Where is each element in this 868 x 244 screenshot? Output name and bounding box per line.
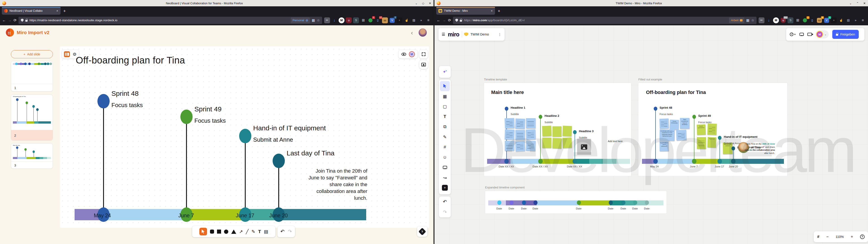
bar-dot[interactable] [504, 159, 509, 164]
new-tab-button[interactable]: + [63, 8, 66, 13]
subtitle[interactable]: Focus tasks [698, 121, 712, 124]
subtitle[interactable]: Focus tasks [659, 113, 673, 116]
circle-tool[interactable] [224, 230, 228, 234]
rounded-square-tool[interactable] [210, 230, 214, 234]
user-avatar[interactable] [418, 28, 427, 37]
frame-filled-example[interactable]: Off-boarding plan for Tina Sprint 48 Foc… [638, 83, 787, 176]
overflow-chevron-icon[interactable]: » [852, 18, 859, 23]
tracking-shield-icon[interactable] [455, 19, 458, 22]
help-icon[interactable]: ? [418, 228, 426, 236]
bar-dot[interactable] [497, 201, 501, 205]
redo-button[interactable]: ↷ [440, 207, 450, 217]
green-dot-icon[interactable]: 2 [802, 18, 808, 23]
headline[interactable]: Headline 2 [545, 114, 559, 118]
minimize-button[interactable]: ⌄ [849, 2, 852, 5]
bar-date[interactable]: June 7 [178, 213, 194, 219]
sticky-note[interactable]: Scrum ceremonies [670, 120, 679, 130]
cat-icon[interactable]: ω8 [816, 18, 822, 23]
puzzle-icon[interactable]: ⊞ [360, 18, 366, 23]
back-button[interactable]: ← [437, 18, 440, 22]
sticky-note[interactable]: Team competency map-out workshop [680, 118, 689, 129]
bar-date[interactable]: June 20 [729, 165, 738, 168]
sticky-note[interactable] [697, 137, 706, 149]
puzzle-icon[interactable]: ⊞ [795, 18, 801, 23]
share-button[interactable]: Freigeben [832, 30, 859, 39]
slide-card-2[interactable]: Off-boarding plan for Tina 2 [11, 94, 53, 141]
containers-icon[interactable]: ▦ [312, 18, 315, 22]
thumb-icon[interactable]: ☝ [404, 18, 410, 23]
sticky-note[interactable] [562, 126, 572, 136]
green-dot-icon[interactable]: 2 [368, 18, 373, 23]
present-icon[interactable] [421, 63, 426, 66]
line-tool[interactable]: ╱ [246, 229, 248, 234]
milestone-title[interactable]: Last day of Tina [287, 149, 335, 157]
milestone-title[interactable]: Sprint 48 [112, 90, 138, 97]
whiteboard-canvas[interactable]: ⚙ M Off-boarding plan for Tina Sprint 48… [60, 46, 429, 228]
close-button[interactable]: ✕ [863, 2, 866, 5]
select-tool[interactable] [199, 228, 207, 236]
sticky-note[interactable] [707, 123, 717, 135]
milestone-title[interactable]: Sprint 49 [194, 105, 221, 113]
date-placeholder[interactable]: Date XX / XX [499, 165, 514, 168]
reload-button[interactable]: ⟳ [448, 18, 451, 22]
bar-dot[interactable] [522, 201, 526, 205]
subtitle[interactable]: Subtitle [545, 121, 553, 124]
templates-tool[interactable]: ▦ [440, 91, 450, 101]
url-bar[interactable]: https://matrix-neoboard-standalone.neoto… [19, 17, 322, 24]
shapes-tool[interactable]: ⧉ [440, 122, 450, 132]
sticker-tool[interactable]: ☺ [440, 152, 450, 162]
bar-dot[interactable] [731, 159, 736, 164]
date-label[interactable]: Date [508, 207, 514, 210]
image-placeholder[interactable] [577, 139, 591, 155]
fullscreen-icon[interactable] [422, 53, 426, 56]
containers-icon[interactable]: ▦ [746, 18, 749, 22]
trash-icon[interactable]: ▯17 [375, 18, 381, 23]
milestone-dot[interactable] [573, 130, 577, 134]
page-icon[interactable]: ▤ [845, 18, 851, 23]
frame-tool[interactable]: # [440, 142, 450, 152]
bar-date[interactable]: June 17 [236, 213, 254, 219]
maximize-button[interactable]: ◇ [422, 2, 424, 5]
date-label[interactable]: Date [532, 207, 538, 210]
milestone-dot[interactable] [732, 146, 735, 150]
singlefile-icon[interactable]: S [787, 18, 794, 23]
ublock-shield-icon[interactable]: u [346, 18, 352, 23]
select-tool[interactable] [440, 81, 450, 91]
dark-tile-icon[interactable]: ▫ [831, 18, 837, 23]
frame-title[interactable]: Main title here [491, 90, 524, 95]
milestone-dot[interactable] [692, 115, 696, 119]
milestone-dot[interactable] [718, 136, 721, 140]
share-icon[interactable]: ‹ [411, 29, 413, 36]
vimium-icon[interactable]: V1 [824, 18, 830, 23]
sticky-note[interactable] [505, 141, 514, 151]
bar-dot[interactable] [645, 201, 649, 205]
sticky-note[interactable] [504, 129, 515, 140]
forward-button[interactable]: → [442, 18, 446, 22]
frame-label[interactable]: Filled out example [638, 78, 662, 81]
tab-neoboard[interactable]: NeoBoard | Visual Collabo ✕ [2, 7, 61, 15]
trash-icon[interactable]: ▯ [809, 18, 815, 23]
milestone-dot[interactable] [273, 154, 285, 168]
date-label[interactable]: Date [644, 207, 649, 210]
frame-timeline-template[interactable]: Main title here Headline 1 Subtitle Head… [484, 83, 631, 176]
fit-to-screen-icon[interactable]: # [817, 235, 819, 239]
main-menu-icon[interactable]: ☰ [442, 32, 445, 37]
vimium-icon[interactable]: V7 [389, 18, 395, 23]
menu-icon[interactable]: ≡ [426, 18, 431, 23]
m-extension-icon[interactable]: M [773, 18, 779, 23]
bar-dot[interactable] [538, 159, 543, 164]
board-name[interactable]: TWIM Demo [470, 33, 489, 36]
bar-dot[interactable] [509, 201, 514, 205]
milestone-dot[interactable] [539, 115, 542, 119]
cat-icon[interactable]: ω [382, 18, 388, 23]
milestone-subtitle[interactable]: Focus tasks [194, 117, 226, 124]
slide-card-1[interactable]: 1 [11, 61, 53, 92]
sticky-note[interactable]: Coordinate with team e-commerce on new n… [659, 129, 675, 141]
bar-date[interactable]: June 17 [715, 165, 724, 168]
sticky-note[interactable] [515, 130, 525, 140]
bar-date[interactable]: June 7 [690, 165, 698, 168]
milestone-dot[interactable] [180, 110, 193, 124]
sticky-note[interactable] [526, 141, 536, 151]
milestone-dot[interactable] [654, 106, 657, 111]
bar-dot[interactable] [533, 201, 537, 205]
